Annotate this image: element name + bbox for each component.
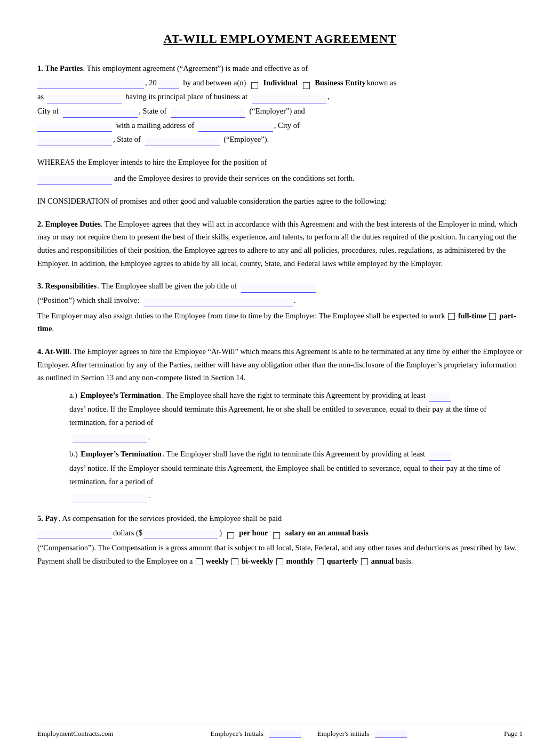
job-title-field[interactable] (241, 284, 316, 293)
s4-label: 4. At-Will (37, 347, 69, 356)
s1-line1: , 20 by and between a(n) Individual Busi… (37, 76, 523, 90)
year-field[interactable] (158, 81, 179, 89)
annual-checkbox[interactable] (361, 558, 368, 565)
employer-initials-field[interactable] (375, 731, 407, 738)
consideration-text: IN CONSIDERATION of promises and other g… (37, 195, 523, 208)
document-title: AT-WILL EMPLOYMENT AGREEMENT (37, 32, 523, 46)
s3-line1: 3. Responsibilities. The Employee shall … (37, 279, 523, 293)
employee-initials-label: Employee's Initials - (211, 729, 301, 738)
section-4: 4. At-Will. The Employer agrees to hire … (37, 345, 523, 502)
s1-line4: with a mailing address of , City of (37, 119, 523, 132)
whereas-p1: WHEREAS the Employer intends to hire the… (37, 156, 523, 169)
monthly-checkbox[interactable] (276, 558, 283, 565)
salary-checkbox[interactable] (273, 532, 280, 539)
pay-amount-number-field[interactable] (143, 531, 218, 539)
pay-amount-words-field[interactable] (37, 531, 112, 539)
employee-notice-days-field[interactable] (429, 393, 451, 402)
employee-initials-field[interactable] (269, 731, 301, 738)
employee-city-field[interactable] (37, 138, 112, 146)
parttime-checkbox[interactable] (489, 313, 496, 320)
individual-checkbox[interactable] (251, 82, 258, 89)
business-checkbox[interactable] (303, 82, 310, 89)
employer-city-field[interactable] (63, 109, 138, 118)
s4a-block: a.) Employee’s Termination. The Employee… (69, 389, 523, 444)
s1-text1: . This employment agreement (“Agreement”… (83, 64, 308, 73)
mailing-address-field[interactable] (198, 123, 273, 132)
whereas-line2: and the Employee desires to provide thei… (37, 172, 523, 185)
s1-label: 1. The Parties (37, 64, 83, 73)
employer-notice-days-field[interactable] (429, 452, 451, 461)
section-1: 1. The Parties. This employment agreemen… (37, 62, 523, 146)
fulltime-checkbox[interactable] (448, 313, 455, 320)
s2-text: . The Employee agrees that they will act… (37, 220, 517, 268)
employee-state-field[interactable] (145, 138, 220, 146)
s5-line1: 5. Pay. As compensation for the services… (37, 512, 523, 525)
position-field[interactable] (37, 177, 112, 185)
weekly-checkbox[interactable] (196, 558, 203, 565)
employee-name-field[interactable] (37, 123, 112, 132)
consideration-section: IN CONSIDERATION of promises and other g… (37, 195, 523, 208)
s1-line5: , State of (“Employee”). (37, 133, 523, 146)
s4-text: . The Employer agrees to hire the Employ… (37, 347, 523, 382)
business-label: Business Entity (315, 76, 366, 90)
effective-date-field[interactable] (37, 81, 144, 89)
footer-initials-area: Employee's Initials - Employer's initial… (211, 729, 407, 738)
s3-line3: The Employer may also assign duties to t… (37, 309, 523, 335)
employer-severance-period-field[interactable] (73, 494, 147, 502)
employee-severance-period-field[interactable] (73, 435, 147, 443)
per-hour-checkbox[interactable] (227, 532, 234, 539)
section-5: 5. Pay. As compensation for the services… (37, 512, 523, 568)
s4-indented: a.) Employee’s Termination. The Employee… (69, 389, 523, 502)
quarterly-checkbox[interactable] (317, 558, 324, 565)
s1-line3: City of , State of (“Employer”) and (37, 105, 523, 118)
individual-label: Individual (263, 76, 298, 90)
s4b-block: b.) Employer’s Termination. The Employer… (69, 447, 523, 502)
position-involve-field[interactable] (143, 299, 293, 307)
footer-website: EmploymentContracts.com (37, 729, 114, 738)
employer-initials-label: Employer's initials - (317, 729, 407, 738)
s5-line2: dollars ($) per hour salary on an annual… (37, 526, 523, 540)
s2-label: 2. Employee Duties (37, 220, 101, 228)
employer-state-field[interactable] (171, 109, 245, 118)
section-3: 3. Responsibilities. The Employee shall … (37, 279, 523, 335)
whereas-section: WHEREAS the Employer intends to hire the… (37, 156, 523, 185)
document-page: AT-WILL EMPLOYMENT AGREEMENT 1. The Part… (0, 0, 560, 754)
employer-name-field[interactable] (47, 95, 122, 103)
biweekly-checkbox[interactable] (231, 558, 238, 565)
s3-line2: (“Position”) which shall involve: . (37, 294, 523, 307)
s1-line2: as having its principal place of busines… (37, 90, 523, 103)
page-number: Page 1 (504, 729, 523, 738)
section-2: 2. Employee Duties. The Employee agrees … (37, 218, 523, 270)
s5-line3: (“Compensation”). The Compensation is a … (37, 541, 523, 567)
document-footer: EmploymentContracts.com Employee's Initi… (37, 725, 523, 738)
business-address-field[interactable] (252, 95, 326, 103)
